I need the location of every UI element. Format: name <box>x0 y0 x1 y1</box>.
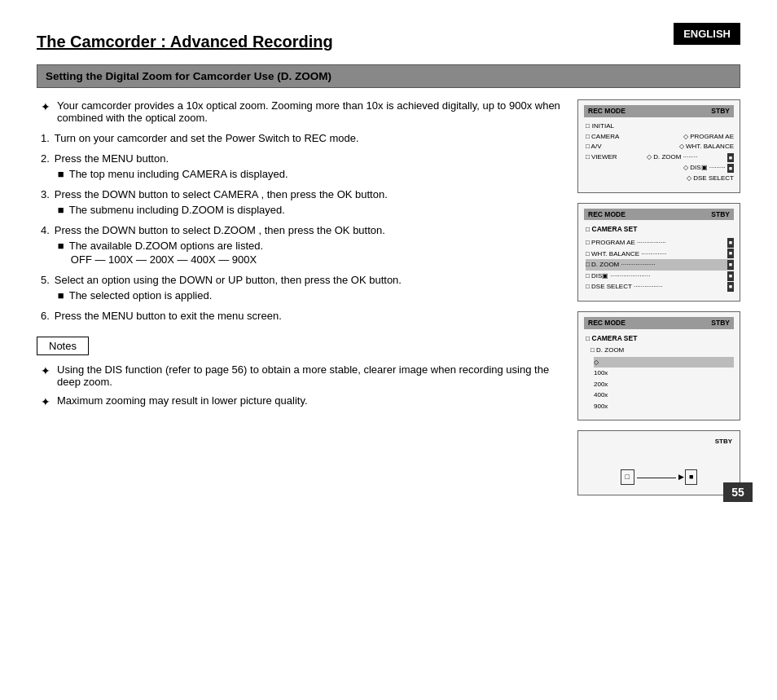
step-1-text: Turn on your camcorder and set the Power… <box>55 132 359 144</box>
language-badge: ENGLISH <box>674 23 740 45</box>
sub-bullet-icon-4a: ■ <box>58 240 64 252</box>
notes-label: Notes <box>37 337 89 355</box>
step-2-sub: ■ The top menu including CAMERA is displ… <box>55 168 561 180</box>
zoom-box-left: □ <box>621 469 634 486</box>
step-5-sub-text: The selected option is applied. <box>69 289 213 302</box>
step-4-number: 4. <box>41 224 50 266</box>
steps-list: 1. Turn on your camcorder and set the Po… <box>37 132 561 322</box>
zoom-arrow-right: ▶ <box>678 472 684 483</box>
screen2-row1: □ PROGRAM AE ················ ■ <box>586 237 734 249</box>
screen1-status: STBY <box>711 106 730 117</box>
screen2-row2: □ WHT. BALANCE ·············· ■ <box>586 249 734 260</box>
step-6-content: Press the MENU button to exit the menu s… <box>55 310 561 322</box>
screen-mockup-2: REC MODE STBY □ CAMERA SET □ PROGRAM AE … <box>577 203 740 302</box>
sub-bullet-icon-3: ■ <box>58 204 64 216</box>
step-4-sub2-text: OFF — 100X — 200X — 400X — 900X <box>71 253 257 266</box>
bullet-icon: ✦ <box>41 100 50 124</box>
screen3-opt1: ◇ <box>594 357 734 368</box>
step-5-content: Select an option using the DOWN or UP bu… <box>55 274 561 302</box>
step-3-sub-text: The submenu including D.ZOOM is displaye… <box>69 204 285 216</box>
screen1-row3: □ A/V ◇ WHT. BALANCE <box>586 142 734 152</box>
note-text-2: Maximum zooming may result in lower pict… <box>57 394 308 408</box>
screen1-label4: □ VIEWER <box>586 152 617 163</box>
note-item-1: ✦ Using the DIS function (refer to page … <box>37 363 561 388</box>
screen-mockup-4: STBY □ ———— ▶ ■ <box>577 430 740 495</box>
step-2-content: Press the MENU button. ■ The top menu in… <box>55 152 561 180</box>
step-4-text: Press the DOWN button to select D.ZOOM ,… <box>55 224 385 236</box>
intro-bullet: ✦ Your camcorder provides a 10x optical … <box>37 99 561 124</box>
zoom-line: ———— <box>637 470 676 485</box>
screen1-row4: □ VIEWER ◇ D. ZOOM ········ ■ <box>586 152 734 163</box>
screen1-row1: □ INITIAL <box>586 121 734 132</box>
step-3-text: Press the DOWN button to select CAMERA ,… <box>55 188 388 200</box>
step-4: 4. Press the DOWN button to select D.ZOO… <box>37 224 561 266</box>
screen3-titlebar: REC MODE STBY <box>584 317 734 329</box>
screen4-status-text: STBY <box>715 437 732 447</box>
screen2-box3: ■ <box>727 260 734 270</box>
screen1-label3: □ A/V <box>586 142 602 152</box>
screen3-val5: 900x <box>594 403 608 410</box>
page-title: The Camcorder : Advanced Recording <box>37 33 740 51</box>
screen2-label3: □ D. ZOOM ··················· <box>586 259 656 271</box>
screen3-opt4: 400x <box>594 390 734 401</box>
step-3: 3. Press the DOWN button to select CAMER… <box>37 188 561 216</box>
main-content: ✦ Your camcorder provides a 10x optical … <box>37 99 561 495</box>
step-2-text: Press the MENU button. <box>55 152 169 165</box>
step-2-number: 2. <box>41 152 50 180</box>
screen1-box4: ■ <box>727 153 734 162</box>
screen2-label4: □ DIS▣ ······················ <box>586 271 651 282</box>
step-6-text: Press the MENU button to exit the menu s… <box>55 310 282 322</box>
step-4-sub2: OFF — 100X — 200X — 400X — 900X <box>55 253 561 266</box>
screen3-val2: 100x <box>594 369 608 376</box>
step-5-number: 5. <box>41 274 50 302</box>
screen3-opt2: 100x <box>594 368 734 379</box>
screen2-titlebar: REC MODE STBY <box>584 209 734 221</box>
screen1-icon1: □ <box>586 121 590 132</box>
page-number: 55 <box>723 482 753 502</box>
zoom-right-group: ▶ ■ <box>678 469 697 486</box>
screen1-right4: ◇ D. ZOOM ········ <box>647 152 697 163</box>
screen1-label1: INITIAL <box>592 121 614 132</box>
step-3-sub: ■ The submenu including D.ZOOM is displa… <box>55 204 561 216</box>
note-text-1: Using the DIS function (refer to page 56… <box>57 363 561 388</box>
screen1-label2: □ CAMERA <box>586 132 619 143</box>
screen2-label1: □ PROGRAM AE ················ <box>586 237 666 249</box>
note-bullet-1: ✦ <box>41 364 50 388</box>
screen-mockup-3: REC MODE STBY □ CAMERA SET □ D. ZOOM ◇ 1… <box>577 311 740 420</box>
zoom-box-right: ■ <box>685 469 697 486</box>
note-bullet-2: ✦ <box>41 395 50 408</box>
screen2-status: STBY <box>711 209 730 220</box>
screen3-opt3: 200x <box>594 379 734 390</box>
screen2-box1: ■ <box>727 238 734 248</box>
page-container: ENGLISH The Camcorder : Advanced Recordi… <box>0 0 777 520</box>
step-4-sub1: ■ The available D.ZOOM options are liste… <box>55 240 561 252</box>
step-5-text: Select an option using the DOWN or UP bu… <box>55 274 402 286</box>
step-4-sub1-text: The available D.ZOOM options are listed. <box>69 240 263 252</box>
screen2-box4: ■ <box>727 271 734 281</box>
screen1-right5: ◇ DIS▣ ········· <box>683 163 726 174</box>
step-3-number: 3. <box>41 188 50 216</box>
sub-bullet-icon-5: ■ <box>58 289 64 302</box>
screen4-status: STBY <box>584 436 734 450</box>
screen1-row5: ◇ DIS▣ ········· ■ <box>586 163 734 174</box>
screen2-row5: □ DSE SELECT ················ ■ <box>586 281 734 293</box>
step-5-sub: ■ The selected option is applied. <box>55 289 561 302</box>
zoom-diagram: □ ———— ▶ ■ <box>584 466 734 489</box>
screen2-title: REC MODE <box>588 209 626 220</box>
screen3-val3: 200x <box>594 381 608 388</box>
step-6-number: 6. <box>41 310 50 322</box>
screen2-subtitle: □ CAMERA SET <box>584 224 734 235</box>
intro-text: Your camcorder provides a 10x optical zo… <box>57 99 561 124</box>
step-3-content: Press the DOWN button to select CAMERA ,… <box>55 188 561 216</box>
screen1-row2: □ CAMERA ◇ PROGRAM AE <box>586 132 734 143</box>
screen2-label5: □ DSE SELECT ················ <box>586 281 663 293</box>
step-2-sub-text: The top menu including CAMERA is display… <box>69 168 288 180</box>
sub-bullet-icon: ■ <box>58 168 64 180</box>
screen1-title: REC MODE <box>588 106 626 117</box>
screen1-right6: ◇ DSE SELECT <box>687 174 734 184</box>
step-2: 2. Press the MENU button. ■ The top menu… <box>37 152 561 180</box>
screen3-title: REC MODE <box>588 318 626 328</box>
screen1-right2: ◇ PROGRAM AE <box>683 132 734 143</box>
screen2-box2: ■ <box>727 249 734 258</box>
note-item-2: ✦ Maximum zooming may result in lower pi… <box>37 394 561 408</box>
